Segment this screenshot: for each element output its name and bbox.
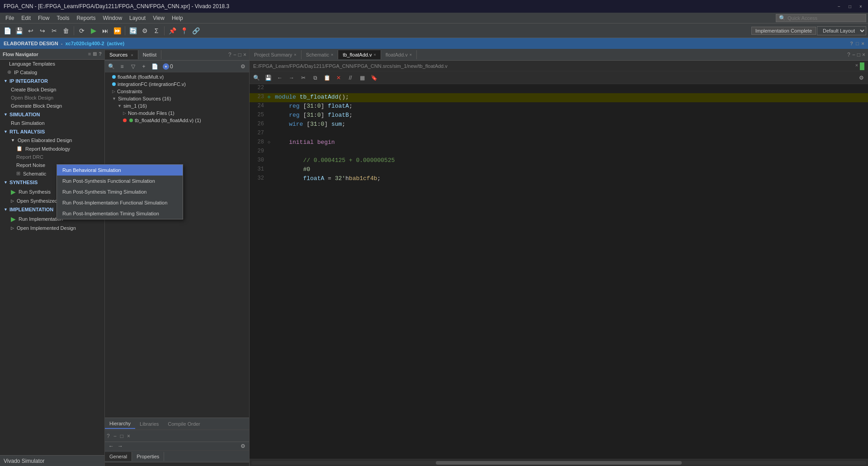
floatadd-tab-close[interactable]: ×: [410, 52, 412, 57]
subpanel-help-icon[interactable]: ?: [105, 433, 112, 439]
elab-close-icon[interactable]: ×: [862, 41, 864, 46]
loop-button[interactable]: ⟳: [76, 25, 87, 36]
nav-simulation-header[interactable]: ▼ SIMULATION: [0, 110, 104, 119]
source-nonmodule[interactable]: ▷ Non-module Files (1): [105, 109, 249, 117]
undo-button[interactable]: ↩: [25, 25, 36, 36]
scrollbar-track-h[interactable]: [251, 461, 866, 465]
sources-tab-close[interactable]: ×: [131, 53, 133, 57]
nav-icon-1[interactable]: ≡: [88, 51, 91, 57]
nav-icon-2[interactable]: ⊞: [93, 51, 97, 57]
nav-open-implemented[interactable]: ▷ Open Implemented Design: [0, 224, 104, 232]
menu-flow[interactable]: Flow: [34, 14, 53, 22]
properties-tab[interactable]: Properties: [132, 452, 164, 461]
nav-ip-integrator-header[interactable]: ▼ IP INTEGRATOR: [0, 76, 104, 86]
nav-report-methodology[interactable]: 📋 Report Methodology: [0, 144, 104, 153]
source-sim1[interactable]: ▼ sim_1 (16): [105, 102, 249, 109]
minimize-button[interactable]: −: [835, 3, 843, 10]
schematic-tab-close[interactable]: ×: [331, 52, 333, 57]
subpanel-min-icon[interactable]: −: [112, 433, 118, 439]
tb-floatadd-tab-close[interactable]: ×: [373, 52, 376, 57]
menu-view[interactable]: View: [149, 14, 168, 22]
menu-tools[interactable]: Tools: [53, 14, 73, 22]
src-doc-btn[interactable]: 📄: [150, 62, 159, 71]
subpanel-close-icon[interactable]: ×: [125, 433, 132, 439]
editor-close-icon[interactable]: ×: [862, 52, 865, 58]
libraries-tab[interactable]: Libraries: [135, 419, 163, 428]
delete-button[interactable]: 🗑: [61, 25, 71, 36]
netlist-tab[interactable]: Netlist: [138, 50, 162, 59]
sigma-button[interactable]: Σ: [151, 25, 162, 36]
pin3-button[interactable]: 🔗: [190, 25, 201, 36]
sim-post-impl-func-item[interactable]: Run Post-Implementation Functional Simul…: [57, 197, 183, 208]
elab-help-icon[interactable]: ?: [850, 41, 853, 46]
menu-layout[interactable]: Layout: [126, 14, 149, 22]
subpanel-back-icon[interactable]: ←: [107, 442, 116, 450]
project-summary-tab-close[interactable]: ×: [294, 52, 296, 57]
tab-tb-floatadd[interactable]: tb_floatAdd.v ×: [338, 50, 381, 59]
refresh-button[interactable]: 🔄: [127, 25, 138, 36]
menu-window[interactable]: Window: [99, 14, 126, 22]
editor-paste-btn[interactable]: 📋: [322, 73, 332, 83]
nav-rtl-analysis-header[interactable]: ▼ RTL ANALYSIS: [0, 127, 104, 136]
layout-dropdown[interactable]: Default Layout: [817, 26, 866, 35]
sim-post-synth-func-item[interactable]: Run Post-Synthesis Functional Simulation: [57, 176, 183, 186]
nav-open-block-design[interactable]: Open Block Design: [0, 94, 104, 102]
nav-create-block-design[interactable]: Create Block Design: [0, 86, 104, 94]
menu-edit[interactable]: Edit: [18, 14, 34, 22]
source-constraints[interactable]: ▷ Constraints: [105, 88, 249, 95]
path-bar-close-icon[interactable]: ×: [855, 62, 858, 70]
sim-behavioral-item[interactable]: Run Behavioral Simulation: [57, 165, 183, 176]
nav-ip-catalog[interactable]: ⊕ IP Catalog: [0, 68, 104, 76]
tab-floatadd[interactable]: floatAdd.v ×: [381, 50, 417, 59]
editor-comment-btn[interactable]: //: [345, 73, 355, 83]
quick-access-bar[interactable]: 🔍: [776, 14, 866, 22]
elab-pin-icon[interactable]: □: [856, 41, 859, 46]
step2-button[interactable]: ⏩: [112, 25, 123, 36]
editor-fwd-btn[interactable]: →: [287, 73, 297, 83]
editor-search-btn[interactable]: 🔍: [251, 73, 261, 83]
compile-order-tab[interactable]: Compile Order: [163, 419, 205, 428]
sim-post-synth-timing-item[interactable]: Run Post-Synthesis Timing Simulation: [57, 186, 183, 197]
src-gear-btn[interactable]: ⚙: [238, 62, 247, 71]
subpanel-fwd-icon[interactable]: →: [116, 442, 125, 450]
source-sim-sources[interactable]: ▼ Simulation Sources (16): [105, 95, 249, 102]
menu-help[interactable]: Help: [168, 14, 187, 22]
cut-button[interactable]: ✂: [49, 25, 60, 36]
editor-max-icon[interactable]: □: [857, 52, 860, 58]
sim-post-impl-timing-item[interactable]: Run Post-Implementation Timing Simulatio…: [57, 208, 183, 219]
source-integrationfc[interactable]: integrationFC (integrationFC.v): [105, 81, 249, 88]
nav-language-templates[interactable]: Language Templates: [0, 60, 104, 68]
sources-close-icon[interactable]: ×: [243, 52, 246, 58]
quick-access-input[interactable]: [788, 15, 863, 21]
save-button[interactable]: 💾: [14, 25, 24, 36]
pin2-button[interactable]: 📍: [179, 25, 189, 36]
run-button[interactable]: ▶: [88, 25, 99, 36]
maximize-button[interactable]: □: [846, 3, 854, 10]
tab-schematic[interactable]: Schematic ×: [302, 50, 339, 59]
nav-icon-3[interactable]: ?: [99, 51, 102, 57]
close-button[interactable]: ×: [857, 3, 864, 10]
editor-block-btn[interactable]: ▦: [357, 73, 367, 83]
src-search-btn[interactable]: 🔍: [107, 62, 116, 71]
menu-file[interactable]: File: [2, 14, 18, 22]
menu-reports[interactable]: Reports: [73, 14, 99, 22]
editor-cut-btn[interactable]: ✂: [298, 73, 308, 83]
general-tab[interactable]: General: [105, 452, 132, 461]
redo-button[interactable]: ↪: [37, 25, 48, 36]
editor-min-icon[interactable]: −: [852, 52, 855, 58]
subpanel-gear-icon[interactable]: ⚙: [239, 442, 247, 450]
scrollbar-thumb-h[interactable]: [436, 461, 682, 465]
editor-back-btn[interactable]: ←: [275, 73, 285, 83]
hierarchy-tab[interactable]: Hierarchy: [105, 419, 135, 429]
nav-run-simulation[interactable]: Run Simulation: [0, 119, 104, 127]
editor-gear-btn[interactable]: ⚙: [856, 73, 866, 83]
editor-bookmark-btn[interactable]: 🔖: [369, 73, 379, 83]
sources-tab[interactable]: Sources ×: [105, 50, 138, 59]
editor-h-scrollbar[interactable]: [250, 459, 868, 466]
new-file-button[interactable]: 📄: [2, 25, 13, 36]
nav-report-drc[interactable]: Report DRC: [0, 153, 104, 161]
editor-help-icon[interactable]: ?: [847, 52, 850, 58]
editor-save-btn[interactable]: 💾: [263, 73, 273, 83]
sources-max-icon[interactable]: □: [238, 52, 241, 58]
editor-delete-btn[interactable]: ✕: [334, 73, 344, 83]
